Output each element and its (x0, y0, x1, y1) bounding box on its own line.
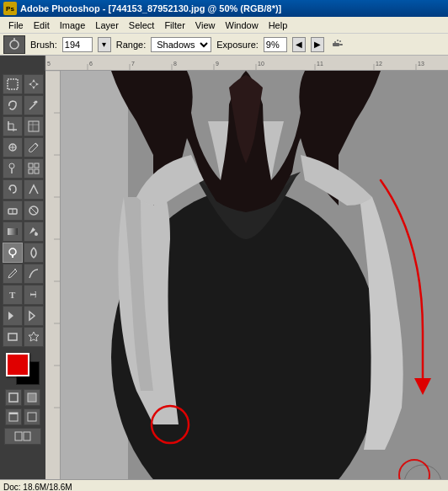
svg-rect-85 (61, 71, 128, 479)
brush-label: Brush: (30, 40, 57, 50)
tool-direct-selection[interactable] (24, 306, 44, 326)
exposure-label: Exposure: (216, 40, 259, 50)
canvas-area[interactable] (61, 71, 448, 479)
canvas-image (61, 71, 448, 479)
menu-help[interactable]: Help (264, 19, 293, 31)
tool-lasso[interactable] (3, 95, 23, 115)
svg-text:T: T (9, 290, 16, 300)
tool-imageready[interactable] (4, 428, 41, 445)
svg-rect-48 (8, 228, 18, 235)
svg-rect-62 (9, 413, 18, 414)
tool-brush[interactable] (24, 137, 44, 157)
ruler-top-svg: 5 6 7 8 9 10 11 12 13 (45, 56, 448, 71)
svg-text:11: 11 (317, 61, 323, 67)
svg-point-0 (10, 40, 19, 49)
svg-text:8: 8 (173, 61, 177, 67)
ps-icon: Ps (3, 2, 17, 15)
tool-slice[interactable] (24, 116, 44, 136)
tool-rectangle-shape[interactable] (3, 327, 23, 347)
airbrush-icon (331, 38, 344, 51)
title-bar: Ps Adobe Photoshop - [744153_87952130.jp… (0, 0, 448, 17)
menu-image[interactable]: Image (55, 19, 91, 31)
svg-rect-42 (35, 169, 39, 173)
title-text: Adobe Photoshop - [744153_87952130.jpg @… (20, 3, 281, 13)
tool-pen[interactable] (3, 264, 23, 284)
menu-filter[interactable]: Filter (159, 19, 189, 31)
exposure-decrease-btn[interactable]: ◀ (292, 37, 306, 52)
tool-text[interactable]: T (3, 285, 23, 305)
range-label: Range: (116, 40, 146, 50)
svg-rect-40 (35, 163, 39, 168)
tool-eraser[interactable] (3, 200, 23, 221)
svg-rect-58 (9, 393, 18, 402)
svg-text:10: 10 (258, 61, 264, 67)
ruler-left: 1 2 3 4 5 6 7 8 9 (45, 71, 61, 479)
tool-healing-brush[interactable] (3, 137, 23, 157)
tool-vertical-type[interactable]: T (24, 285, 44, 305)
tool-clone-stamp[interactable] (3, 158, 23, 179)
tool-burn[interactable] (24, 243, 44, 263)
tool-gradient[interactable] (3, 221, 23, 242)
tool-move[interactable] (24, 74, 44, 94)
tool-standard-screen[interactable] (5, 408, 22, 425)
exposure-increase-btn[interactable]: ▶ (311, 37, 324, 52)
status-bar: Doc: 18.6M/18.6M (0, 479, 448, 491)
svg-rect-3 (339, 44, 343, 45)
menu-layer[interactable]: Layer (90, 19, 124, 31)
options-bar: Brush: ▾ Range: Shadows Midtones Highlig… (0, 34, 448, 56)
tool-pattern-stamp[interactable] (24, 158, 44, 179)
svg-point-51 (14, 269, 16, 270)
menu-edit[interactable]: Edit (29, 19, 55, 31)
menu-select[interactable]: Select (124, 19, 160, 31)
svg-point-6 (339, 40, 341, 42)
svg-rect-30 (29, 121, 39, 131)
airbrush-btn[interactable] (329, 37, 346, 52)
tool-art-history-brush[interactable] (24, 179, 44, 200)
tool-magic-wand[interactable] (24, 95, 44, 115)
svg-text:6: 6 (89, 61, 93, 67)
svg-rect-2 (333, 43, 339, 46)
svg-text:13: 13 (418, 61, 424, 67)
ruler-left-svg: 1 2 3 4 5 6 7 8 9 (45, 71, 61, 479)
menu-view[interactable]: View (190, 19, 221, 31)
tool-standard-mode[interactable] (5, 389, 22, 406)
svg-rect-39 (29, 163, 33, 168)
tool-history-brush[interactable] (3, 179, 23, 200)
svg-point-49 (9, 248, 16, 255)
exposure-input[interactable] (264, 37, 287, 52)
svg-marker-54 (8, 312, 13, 320)
ruler-top: 5 6 7 8 9 10 11 12 13 (45, 56, 448, 71)
current-tool-icon (3, 35, 25, 54)
ruler-corner (0, 56, 45, 71)
color-swatches[interactable] (4, 353, 41, 385)
svg-rect-25 (8, 79, 18, 89)
menu-file[interactable]: File (3, 19, 29, 31)
menu-window[interactable]: Window (221, 19, 264, 31)
menu-bar: File Edit Image Layer Select Filter View… (0, 17, 448, 34)
foreground-color[interactable] (6, 353, 29, 376)
tool-quickmask-mode[interactable] (24, 389, 40, 406)
tool-freeform-pen[interactable] (24, 264, 44, 284)
svg-line-27 (29, 104, 35, 109)
svg-marker-55 (29, 312, 35, 320)
tool-rectangular-marquee[interactable] (3, 74, 23, 94)
tool-fullscreen[interactable] (24, 408, 40, 425)
tool-crop[interactable] (3, 116, 23, 136)
range-select[interactable]: Shadows Midtones Highlights (151, 37, 211, 52)
svg-rect-56 (8, 334, 17, 340)
svg-rect-65 (24, 432, 30, 440)
svg-rect-64 (15, 432, 22, 440)
svg-text:T: T (29, 291, 39, 298)
svg-point-4 (334, 41, 336, 43)
svg-text:12: 12 (376, 61, 382, 67)
tool-path-selection[interactable] (3, 306, 23, 326)
svg-point-29 (35, 101, 37, 104)
tool-custom-shape[interactable] (24, 327, 44, 347)
brush-picker-btn[interactable]: ▾ (98, 37, 111, 52)
tool-background-eraser[interactable] (24, 200, 44, 221)
svg-text:7: 7 (131, 61, 135, 67)
svg-text:9: 9 (216, 61, 219, 67)
tool-paint-bucket[interactable] (24, 221, 44, 242)
brush-size-input[interactable] (62, 37, 93, 52)
tool-dodge[interactable] (3, 243, 23, 263)
